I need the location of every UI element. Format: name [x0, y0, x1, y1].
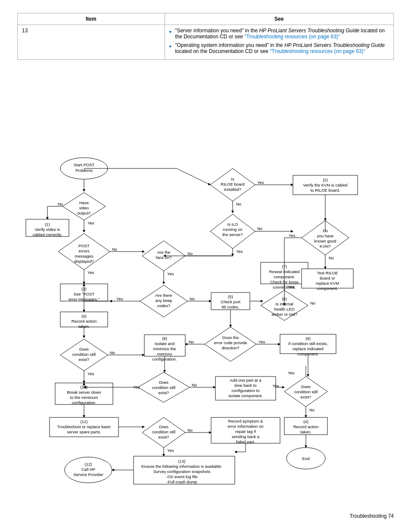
dc4-no: No [187, 428, 193, 432]
bullet-dot-2: • [169, 42, 172, 54]
start-label: Start POST [74, 162, 95, 167]
node4-l1: (4) [81, 314, 87, 318]
ilo-l3: the server? [222, 232, 243, 237]
riloe-l1: Is [231, 177, 234, 181]
node13-l1: (13) [178, 459, 186, 464]
dc4-l3: exist? [159, 435, 169, 439]
ilo-l2: running on [223, 227, 243, 232]
dc3-l1: Does [301, 384, 311, 389]
node4r-l2: Record action [293, 424, 319, 429]
node10-l2: Break server down [67, 390, 101, 395]
node6-l3: health LED [274, 307, 294, 311]
svg-line-62 [177, 168, 210, 185]
node9-l2: If condition still exists, [288, 341, 328, 346]
errd-yes: Yes [258, 339, 265, 344]
node4r-l1: (4) [303, 419, 308, 424]
addpart-l3: configuration to [232, 388, 260, 393]
dc4-l2: condition still [152, 429, 175, 434]
kvm-l2: you have [317, 233, 334, 238]
bullet-2: • "Operating system information you need… [169, 42, 389, 54]
have-video-label: Have [79, 200, 89, 205]
node5-l2: Check port [221, 299, 240, 304]
bullet-1: • "Server information you need" in the H… [169, 28, 389, 40]
dc2-no: No [192, 383, 197, 387]
page-footer: Troubleshooting 74 [350, 513, 394, 519]
node13-l2: Ensure the following information is avai… [141, 464, 222, 469]
dc2-l2: condition still [152, 385, 175, 390]
kvm-l4: KVM? [320, 244, 331, 249]
riloe-yes: Yes [257, 180, 264, 185]
footer-text: Troubleshooting 74 [350, 513, 394, 519]
node1-label: (1) [45, 222, 50, 227]
beep-l3: codes? [157, 303, 171, 308]
bullet-2-text: "Operating system information you need" … [175, 42, 389, 54]
dc3-no: No [309, 408, 314, 412]
node13-l5: -Full crash dump [167, 479, 197, 484]
post-errors-yes: Yes [87, 270, 94, 275]
table-row: 13 • "Server information you need" in th… [18, 25, 394, 60]
errd-l2: error code provide [214, 340, 247, 345]
errd-no: No [189, 339, 194, 344]
riloe-no: No [236, 202, 241, 206]
node12-l3: Service Provider [73, 472, 103, 477]
node13-l3: Survey configuration snapshots [153, 469, 211, 474]
kvm-no: No [329, 255, 334, 260]
dc1-l2: condition still [72, 352, 96, 357]
dc1-l3: exist? [79, 357, 90, 362]
node8-l1: (8) [162, 336, 167, 341]
test-riloe-l1: Test RILOE [317, 271, 338, 275]
node5-l3: 85 codes. [221, 305, 239, 309]
post-errors-no: No [112, 247, 117, 252]
start-label2: Problems [75, 168, 93, 173]
riloe-l3: installed? [224, 187, 241, 192]
node8-l2: Isolate and [155, 341, 174, 346]
fans-yes: Yes [167, 271, 174, 276]
node2-l2: Verify the KVM is cabled [303, 183, 348, 187]
post-errors-l4: displayed? [74, 259, 93, 264]
rs-l2: error information on [228, 424, 264, 429]
dc4-l1: Does [159, 424, 168, 429]
node4r-l3: taken. [300, 429, 311, 434]
table-header-see: See [165, 13, 393, 25]
test-riloe-l3: replace KVM [316, 281, 339, 286]
dc3-yes2: Yes [288, 370, 295, 375]
node6-no: No [310, 301, 315, 305]
node11-l2: Troubleshoot or replace basic [57, 424, 111, 429]
kvm-l3: known good [314, 239, 336, 243]
node8-l4: memory [157, 352, 172, 356]
post-errors-l3: messages [75, 254, 93, 258]
node12-l1: (12) [85, 462, 92, 467]
dc2-l3: exist? [159, 390, 169, 395]
node1-label2: Verify video is [35, 227, 60, 232]
rs-l4: sending back a [232, 434, 260, 439]
table-cell-item: 13 [18, 25, 165, 60]
test-riloe-l4: component. [317, 286, 338, 291]
bullet-1-text: "Server information you need" in the HP … [175, 28, 389, 40]
have-video-label3: output? [77, 211, 91, 215]
node2-l1: (2) [323, 177, 328, 182]
addpart-l1: Add one part at a [230, 378, 262, 383]
node10-l4: configuration. [72, 400, 96, 405]
post-errors-l2: errors [79, 249, 90, 253]
node10-l3: to the minimum [70, 395, 98, 400]
dc1-no: No [110, 350, 115, 355]
beep-l1: Are there [155, 293, 172, 298]
ilo-no: No [257, 226, 262, 231]
fans-no: No [187, 251, 193, 256]
dc3-yes: Yes [272, 383, 279, 388]
node11-l3: server spare parts. [67, 429, 101, 434]
have-video-label2: video [79, 205, 89, 210]
node2-l3: to RILOE board. [311, 188, 340, 193]
node11-l1: (11) [81, 419, 88, 424]
dc1-yes: Yes [87, 371, 94, 376]
riloe-l2: RILOE board [221, 182, 244, 187]
page: Item See 13 • "Server information you ne… [0, 0, 411, 532]
have-video-no: No [58, 202, 63, 206]
rs-l3: repair tag if [235, 429, 256, 434]
table-cell-see: • "Server information you need" in the H… [165, 25, 393, 60]
kvm-yes: Yes [289, 233, 296, 238]
rs-l1: Record symptom & [228, 419, 263, 423]
node12-l2: Call HP [81, 467, 95, 472]
dc3-l3: exist? [301, 395, 311, 399]
bullet-dot: • [169, 28, 172, 40]
